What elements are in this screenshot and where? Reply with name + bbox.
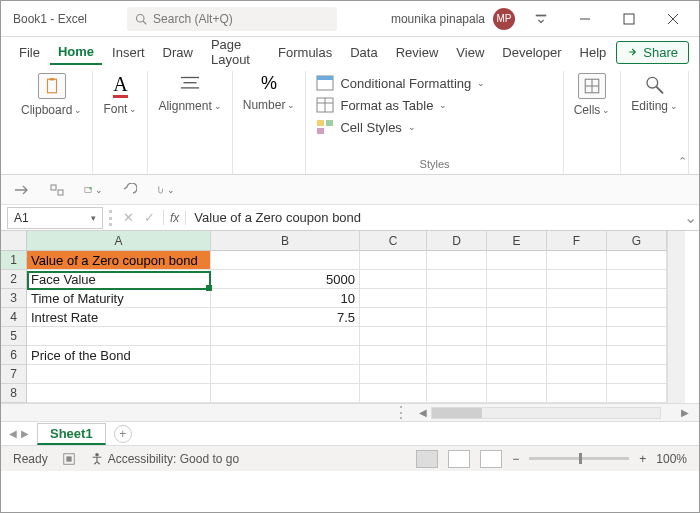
cell[interactable]: Price of the Bond (27, 346, 211, 365)
tab-insert[interactable]: Insert (104, 41, 153, 64)
avatar[interactable]: MP (493, 8, 515, 30)
maximize-button[interactable] (611, 7, 647, 31)
cells-icon[interactable] (578, 73, 606, 99)
cell[interactable] (547, 365, 607, 384)
row-header[interactable]: 4 (1, 308, 27, 327)
enter-formula-icon[interactable]: ✓ (144, 210, 155, 225)
font-color-icon[interactable]: A (113, 73, 127, 98)
cell[interactable] (487, 289, 547, 308)
cell[interactable] (360, 365, 427, 384)
add-sheet-button[interactable]: + (114, 425, 132, 443)
fx-icon[interactable]: fx (164, 211, 186, 225)
cell[interactable] (360, 289, 427, 308)
zoom-in-button[interactable]: + (639, 452, 646, 466)
cell[interactable] (547, 308, 607, 327)
row-header[interactable]: 3 (1, 289, 27, 308)
cell[interactable] (487, 251, 547, 270)
cell[interactable] (360, 308, 427, 327)
cell[interactable] (607, 346, 667, 365)
alignment-button[interactable]: Alignment⌄ (158, 99, 221, 113)
accessibility-status[interactable]: Accessibility: Good to go (90, 452, 239, 466)
cell[interactable] (607, 251, 667, 270)
cell[interactable] (607, 270, 667, 289)
cell[interactable] (547, 327, 607, 346)
col-header-B[interactable]: B (211, 231, 360, 251)
conditional-formatting-button[interactable]: Conditional Formatting⌄ (316, 75, 552, 91)
cell[interactable]: Value of a Zero coupon bond (27, 251, 211, 270)
cell[interactable] (360, 251, 427, 270)
col-header-C[interactable]: C (360, 231, 427, 251)
col-header-F[interactable]: F (547, 231, 607, 251)
cancel-formula-icon[interactable]: ✕ (123, 210, 134, 225)
tab-file[interactable]: File (11, 41, 48, 64)
cell[interactable] (487, 365, 547, 384)
row-header[interactable]: 2 (1, 270, 27, 289)
editing-button[interactable]: Editing⌄ (631, 99, 678, 113)
tab-developer[interactable]: Developer (494, 41, 569, 64)
cell[interactable] (547, 384, 607, 403)
cell[interactable] (607, 327, 667, 346)
cell[interactable] (487, 270, 547, 289)
user-name[interactable]: mounika pinapala (391, 12, 485, 26)
cell[interactable]: Intrest Rate (27, 308, 211, 327)
cell[interactable] (211, 346, 360, 365)
sheet-tab-active[interactable]: Sheet1 (37, 423, 106, 445)
cell[interactable] (547, 346, 607, 365)
cell[interactable] (360, 384, 427, 403)
close-button[interactable] (655, 7, 691, 31)
alignment-icon[interactable] (177, 73, 203, 95)
select-all-corner[interactable] (1, 231, 27, 251)
cell[interactable] (427, 270, 487, 289)
name-box[interactable]: A1▾ (7, 207, 103, 229)
cell[interactable]: 7.5 (211, 308, 360, 327)
cell[interactable] (360, 327, 427, 346)
cell[interactable] (27, 384, 211, 403)
cell[interactable] (427, 251, 487, 270)
collapse-ribbon-button[interactable]: ⌃ (678, 155, 687, 168)
sheet-prev-button[interactable]: ◀ (9, 428, 17, 439)
cell[interactable] (607, 308, 667, 327)
cell[interactable] (427, 308, 487, 327)
number-button[interactable]: Number⌄ (243, 98, 296, 112)
col-header-D[interactable]: D (427, 231, 487, 251)
sheet-next-button[interactable]: ▶ (21, 428, 29, 439)
percent-icon[interactable]: % (261, 73, 277, 94)
cell[interactable]: Time of Maturity (27, 289, 211, 308)
touch-mode-button[interactable]: ⌄ (155, 180, 175, 200)
tab-page-layout[interactable]: Page Layout (203, 33, 268, 71)
clipboard-icon[interactable] (38, 73, 66, 99)
cell[interactable] (427, 384, 487, 403)
horizontal-scrollbar[interactable] (431, 407, 661, 419)
vertical-scrollbar[interactable] (667, 231, 685, 403)
formula-input[interactable]: Value of a Zero coupon bond (186, 210, 681, 225)
macro-record-icon[interactable] (62, 452, 76, 466)
zoom-slider[interactable] (529, 457, 629, 460)
cell[interactable] (547, 251, 607, 270)
undo-button[interactable] (119, 180, 139, 200)
tab-formulas[interactable]: Formulas (270, 41, 340, 64)
cell[interactable] (487, 308, 547, 327)
cell[interactable] (211, 384, 360, 403)
tab-draw[interactable]: Draw (155, 41, 201, 64)
cell[interactable] (607, 289, 667, 308)
cells-button[interactable]: Cells⌄ (574, 103, 611, 117)
zoom-level[interactable]: 100% (656, 452, 687, 466)
ribbon-options-button[interactable] (523, 7, 559, 31)
row-header[interactable]: 8 (1, 384, 27, 403)
normal-view-button[interactable] (416, 450, 438, 468)
expand-formula-button[interactable]: ⌄ (681, 208, 699, 227)
minimize-button[interactable] (567, 7, 603, 31)
cell[interactable] (27, 365, 211, 384)
cell[interactable] (487, 384, 547, 403)
qat-btn-3[interactable]: ⌄ (83, 180, 103, 200)
tab-review[interactable]: Review (388, 41, 447, 64)
clipboard-button[interactable]: Clipboard⌄ (21, 103, 82, 117)
cell[interactable] (211, 365, 360, 384)
tab-home[interactable]: Home (50, 40, 102, 65)
cell[interactable] (427, 346, 487, 365)
row-header[interactable]: 7 (1, 365, 27, 384)
page-break-view-button[interactable] (480, 450, 502, 468)
row-header[interactable]: 5 (1, 327, 27, 346)
tab-view[interactable]: View (448, 41, 492, 64)
cell[interactable] (211, 251, 360, 270)
